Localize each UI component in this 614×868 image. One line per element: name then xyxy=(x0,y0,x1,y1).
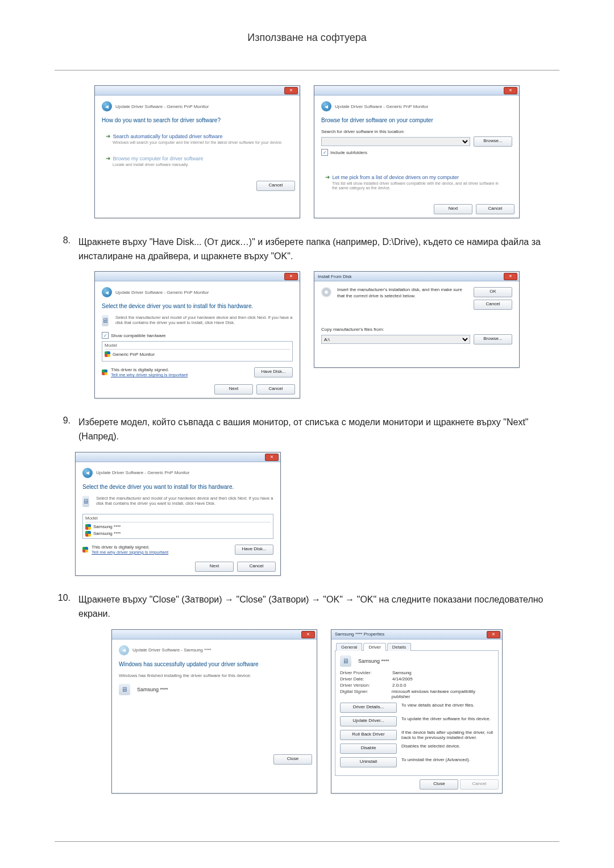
back-icon[interactable]: ◄ xyxy=(82,468,93,478)
breadcrumb-label: Update Driver Software - Generic PnP Mon… xyxy=(96,470,189,475)
breadcrumb: ◄ Update Driver Software - Generic PnP M… xyxy=(82,468,273,478)
list-item[interactable]: Samsung **** xyxy=(85,530,271,537)
kv-key: Driver Provider: xyxy=(340,670,389,675)
dialog-subtext: Windows has finished installing the driv… xyxy=(119,673,310,678)
path-select[interactable]: A:\ xyxy=(321,335,470,344)
kv-key: Digital Signer: xyxy=(340,689,388,699)
ok-button[interactable]: OK xyxy=(474,287,512,297)
action-desc: To update the driver software for this d… xyxy=(401,716,493,721)
option-subtext: This list will show installed driver sof… xyxy=(332,181,503,191)
divider-top xyxy=(55,70,559,70)
device-name: Samsung **** xyxy=(137,687,168,692)
cancel-button[interactable]: Cancel xyxy=(476,204,515,214)
close-icon[interactable]: ✕ xyxy=(284,87,298,94)
model-list[interactable]: Model Generic PnP Monitor xyxy=(102,341,293,362)
close-icon[interactable]: ✕ xyxy=(504,87,517,94)
list-item[interactable]: Samsung **** xyxy=(85,524,271,530)
include-subfolders-checkbox[interactable]: ✓ Include subfolders xyxy=(321,149,512,156)
close-icon[interactable]: ✕ xyxy=(284,273,298,280)
roll-back-driver-button[interactable]: Roll Back Driver xyxy=(340,730,397,740)
titlebar-label: Samsung **** Properties xyxy=(335,632,384,637)
browse-button[interactable]: Browse... xyxy=(474,136,512,147)
model-list[interactable]: Model Samsung **** Samsung **** xyxy=(82,514,273,539)
tab-driver[interactable]: Driver xyxy=(363,643,385,651)
dialog-footer: Next Cancel xyxy=(214,384,295,394)
close-button[interactable]: Close xyxy=(273,754,312,765)
breadcrumb-label: Update Driver Software - Generic PnP Mon… xyxy=(115,104,209,109)
signed-link[interactable]: Tell me why driver signing is important xyxy=(92,550,168,555)
list-item-label: Generic PnP Monitor xyxy=(113,352,155,357)
close-icon[interactable]: ✕ xyxy=(301,631,315,638)
dialog-select-driver-generic: ✕ ◄ Update Driver Software - Generic PnP… xyxy=(94,271,300,398)
option-title: Let me pick from a list of device driver… xyxy=(333,175,459,180)
checkbox-icon: ✓ xyxy=(321,149,328,156)
arrow-icon: ➔ xyxy=(106,155,111,161)
dialog-instructions: Select the manufacturer and model of you… xyxy=(96,496,273,507)
option-title: Browse my computer for driver software xyxy=(113,156,204,161)
back-icon[interactable]: ◄ xyxy=(102,287,112,297)
titlebar: ✕ xyxy=(95,86,300,95)
uninstall-button[interactable]: Uninstall xyxy=(340,757,397,767)
device-icon: 🖥 xyxy=(102,315,109,326)
search-location-field: Browse... xyxy=(321,136,512,147)
next-button[interactable]: Next xyxy=(214,384,253,394)
next-button[interactable]: Next xyxy=(434,204,472,214)
dialog-footer: Next Cancel xyxy=(434,204,515,214)
have-disk-button[interactable]: Have Disk... xyxy=(254,367,293,377)
dialog-update-success: ✕ ◄ Update Driver Software - Samsung ***… xyxy=(111,629,317,794)
option-pick-from-list[interactable]: ➔ Let me pick from a list of device driv… xyxy=(321,170,512,195)
browse-button[interactable]: Browse... xyxy=(474,334,512,344)
device-name: Samsung **** xyxy=(358,658,389,664)
model-list-header: Model xyxy=(85,516,271,522)
signed-link[interactable]: Tell me why driver signing is important xyxy=(111,372,188,377)
driver-details-button[interactable]: Driver Details... xyxy=(340,703,397,713)
update-driver-button[interactable]: Update Driver... xyxy=(340,716,397,726)
breadcrumb: ◄ Update Driver Software - Generic PnP M… xyxy=(102,101,293,111)
cancel-button: Cancel xyxy=(460,779,499,790)
breadcrumb: ◄ Update Driver Software - Generic PnP M… xyxy=(102,287,293,297)
dialog-heading: Select the device driver you want to ins… xyxy=(82,484,273,490)
next-button[interactable]: Next xyxy=(195,562,234,572)
step-number: 9. xyxy=(55,416,70,444)
back-icon[interactable]: ◄ xyxy=(321,101,331,111)
dialog-search-method: ✕ ◄ Update Driver Software - Generic PnP… xyxy=(94,85,300,218)
have-disk-button[interactable]: Have Disk... xyxy=(235,545,273,555)
step-8: 8. Щракнете върху "Have Disk... (От диск… xyxy=(55,235,559,264)
close-icon[interactable]: ✕ xyxy=(504,273,517,280)
titlebar: ✕ xyxy=(76,452,280,462)
tabs: General Driver Details xyxy=(336,643,499,651)
close-button[interactable]: Close xyxy=(420,779,458,790)
device-icon: 🖥 xyxy=(119,684,130,695)
dialog-install-from-disk: Install From Disk ✕ Insert the manufactu… xyxy=(314,271,520,368)
titlebar: ✕ xyxy=(112,630,317,639)
option-title: Search automatically for updated driver … xyxy=(113,134,223,139)
disc-icon xyxy=(321,287,331,297)
dialog-select-driver-samsung: ✕ ◄ Update Driver Software - Generic PnP… xyxy=(75,452,281,576)
tab-general[interactable]: General xyxy=(336,643,362,651)
dialog-heading: Browse for driver software on your compu… xyxy=(321,117,512,123)
path-select[interactable] xyxy=(321,137,470,146)
row-2: ✕ ◄ Update Driver Software - Generic PnP… xyxy=(55,271,559,398)
tab-details[interactable]: Details xyxy=(387,643,411,651)
row-1: ✕ ◄ Update Driver Software - Generic PnP… xyxy=(55,85,559,218)
close-icon[interactable]: ✕ xyxy=(487,631,500,638)
option-browse-manual[interactable]: ➔ Browse my computer for driver software… xyxy=(102,151,293,171)
step-number: 10. xyxy=(55,593,70,621)
cancel-button[interactable]: Cancel xyxy=(256,181,295,191)
cancel-button[interactable]: Cancel xyxy=(256,384,295,394)
action-desc: Disables the selected device. xyxy=(401,744,493,749)
step-text: Изберете модел, който съвпада с вашия мо… xyxy=(78,416,559,444)
list-item[interactable]: Generic PnP Monitor xyxy=(105,351,290,358)
back-icon[interactable]: ◄ xyxy=(102,101,112,111)
signed-info: This driver is digitally signed. Tell me… xyxy=(82,545,273,555)
show-compatible-checkbox[interactable]: ✓ Show compatible hardware xyxy=(102,332,293,339)
checkbox-label: Show compatible hardware xyxy=(111,333,166,338)
close-icon[interactable]: ✕ xyxy=(265,454,279,461)
titlebar: Install From Disk ✕ xyxy=(314,272,519,281)
cancel-button[interactable]: Cancel xyxy=(474,300,512,310)
cancel-button[interactable]: Cancel xyxy=(237,562,276,572)
disable-button[interactable]: Disable xyxy=(340,744,397,754)
breadcrumb: ◄ Update Driver Software - Generic PnP M… xyxy=(321,101,512,111)
action-desc: If the device fails after updating the d… xyxy=(401,730,493,740)
option-search-auto[interactable]: ➔ Search automatically for updated drive… xyxy=(102,129,293,149)
